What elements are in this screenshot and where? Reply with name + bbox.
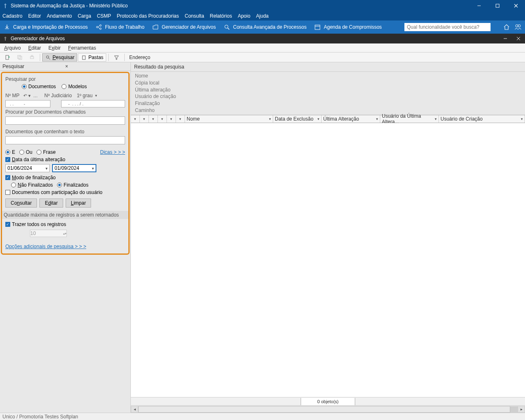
n-mp-label: Nº MP [5, 93, 21, 98]
col-h-6[interactable]: ▾ [176, 115, 185, 123]
menu-consulta[interactable]: Consulta [185, 13, 204, 19]
radio-modelos[interactable]: Modelos [62, 84, 87, 89]
col-h-2[interactable]: ▾ [140, 115, 149, 123]
col-h-5[interactable]: ▾ [167, 115, 176, 123]
magnify-icon [45, 55, 51, 60]
scroll-right-button[interactable]: ▸ [518, 406, 525, 413]
scroll-thumb[interactable] [138, 406, 510, 413]
menu-cadastro[interactable]: Cadastro [2, 13, 23, 19]
chevron-down-icon[interactable]: ▾ [95, 94, 97, 98]
search-panel-close-button[interactable]: × [65, 64, 128, 69]
procurar-input[interactable] [5, 116, 125, 125]
toolbar-carga[interactable]: Carga e Importação de Processos [3, 23, 88, 31]
subwindow-titlebar: Gerenciador de Arquivos [0, 34, 525, 43]
new-doc-button[interactable] [2, 53, 13, 62]
chevron-down-icon: ▾ [92, 166, 94, 171]
results-title: Resultado da pesquisa [131, 62, 525, 72]
menu-ajuda[interactable]: Ajuda [256, 13, 269, 19]
n-mp-input[interactable] [5, 100, 50, 107]
minimize-button[interactable] [470, 0, 488, 11]
col-usuario-alteracao[interactable]: Usuário da Última Altera...▾ [380, 115, 439, 123]
col-h-4[interactable]: ▾ [158, 115, 167, 123]
copy-button[interactable] [14, 53, 25, 62]
pesquisar-label: Pesquisar [52, 55, 74, 60]
col-data-exclusao[interactable]: Data de Exclusão▾ [273, 115, 322, 123]
titlebar: Sistema de Automação da Justiça - Minist… [0, 0, 525, 11]
global-search-input[interactable] [404, 23, 491, 31]
check-trazer-todos[interactable] [5, 222, 10, 227]
pastas-toggle[interactable]: Pastas [78, 53, 106, 62]
check-modo-final[interactable] [5, 175, 10, 180]
date-from-input[interactable]: 01/06/2024▾ [5, 164, 50, 172]
endereco-label: Endereço [127, 55, 153, 60]
menu-csmp[interactable]: CSMP [97, 13, 111, 19]
n-judiciario-label: Nº Judiciário [44, 93, 72, 98]
menu-andamento[interactable]: Andamento [47, 13, 72, 19]
opcoes-adicionais-link[interactable]: Opções adicionais de pesquisa > > > [5, 244, 86, 249]
svg-point-6 [100, 28, 101, 30]
subwin-close-button[interactable] [512, 34, 525, 43]
menu-editor[interactable]: Editor [28, 13, 41, 19]
close-button[interactable] [507, 0, 525, 11]
workflow-icon [95, 23, 103, 31]
n-judiciario-input[interactable] [61, 100, 125, 107]
radio-frase[interactable]: Frase [37, 149, 56, 155]
svg-line-24 [48, 58, 50, 59]
check-data-ultima[interactable] [5, 157, 10, 162]
toolbar-agenda[interactable]: Agenda de Compromissos [314, 23, 381, 31]
toolbar-gerenciador-label: Gerenciador de Arquivos [162, 24, 216, 30]
col-nome[interactable]: Nome▾ [185, 115, 273, 123]
consultar-button[interactable]: Consultar [5, 199, 37, 208]
col-h-3[interactable]: ▾ [149, 115, 158, 123]
menu-carga[interactable]: Carga [78, 13, 91, 19]
check-participacao[interactable] [5, 190, 10, 195]
print-icon [29, 55, 35, 60]
toolbar-agenda-label: Agenda de Compromissos [324, 24, 381, 30]
toolbar-gerenciador[interactable]: Gerenciador de Arquivos [152, 23, 216, 31]
menu-apoio[interactable]: Apoio [238, 13, 251, 19]
col-ultima-alteracao[interactable]: Última Alteração▾ [322, 115, 380, 123]
users-icon[interactable] [514, 23, 522, 31]
col-usuario-criacao[interactable]: Usuário de Criação▾ [439, 115, 525, 123]
menu-protocolo[interactable]: Protocolo das Procuradorias [117, 13, 179, 19]
col-h-1[interactable]: ▾ [131, 115, 140, 123]
grau-label: 1º grau [77, 93, 92, 98]
editar-button[interactable]: Editar [39, 199, 63, 208]
undo-icon[interactable]: ↶ ▾ [23, 93, 31, 98]
svg-point-12 [518, 25, 520, 27]
toolbar-consulta[interactable]: Consulta Avançada de Processos [223, 23, 306, 31]
search-panel-title-text: Pesquisar [2, 64, 65, 69]
submenu-ferramentas[interactable]: Ferramentas [68, 45, 96, 51]
maximize-button[interactable] [488, 0, 507, 11]
home-icon[interactable] [503, 23, 510, 31]
limpar-button[interactable]: Limpar [66, 199, 91, 208]
svg-point-4 [96, 26, 98, 28]
radio-e[interactable]: E [5, 149, 15, 155]
toolbar-consulta-label: Consulta Avançada de Processos [233, 24, 306, 30]
scroll-left-button[interactable]: ◂ [131, 406, 138, 413]
dicas-link[interactable]: Dicas > > > [100, 149, 125, 155]
svg-line-8 [228, 28, 229, 30]
print-button[interactable] [26, 53, 38, 62]
svg-rect-1 [496, 4, 499, 7]
trazer-todos-label: Trazer todos os registros [12, 221, 66, 227]
submenu-editar[interactable]: Editar [28, 45, 41, 51]
radio-documentos[interactable]: Documentos [22, 84, 56, 89]
pesquisar-toggle[interactable]: Pesquisar [42, 53, 77, 62]
search-panel-header: Pesquisar × [0, 62, 130, 71]
results-body [131, 123, 525, 397]
toolbar-fluxo[interactable]: Fluxo de Trabalho [95, 23, 144, 31]
submenu-arquivo[interactable]: Arquivo [4, 45, 21, 51]
radio-final[interactable]: Finalizados [57, 182, 89, 188]
contenham-input[interactable] [5, 136, 125, 144]
radio-nao-final[interactable]: Não Finalizados [11, 182, 53, 188]
filter-button[interactable] [111, 53, 122, 62]
svg-rect-25 [82, 56, 85, 59]
search-panel-wrap: Pesquisar × Pesquisar por Documentos Mod… [0, 62, 130, 413]
menu-relatorios[interactable]: Relatórios [210, 13, 232, 19]
subwin-minimize-button[interactable] [499, 34, 512, 43]
horizontal-scrollbar[interactable]: ◂ ▸ [131, 405, 525, 413]
radio-ou[interactable]: Ou [19, 149, 32, 155]
date-to-input[interactable]: 01/09/2024▾ [52, 164, 96, 172]
submenu-exibir[interactable]: Exibir [48, 45, 61, 51]
